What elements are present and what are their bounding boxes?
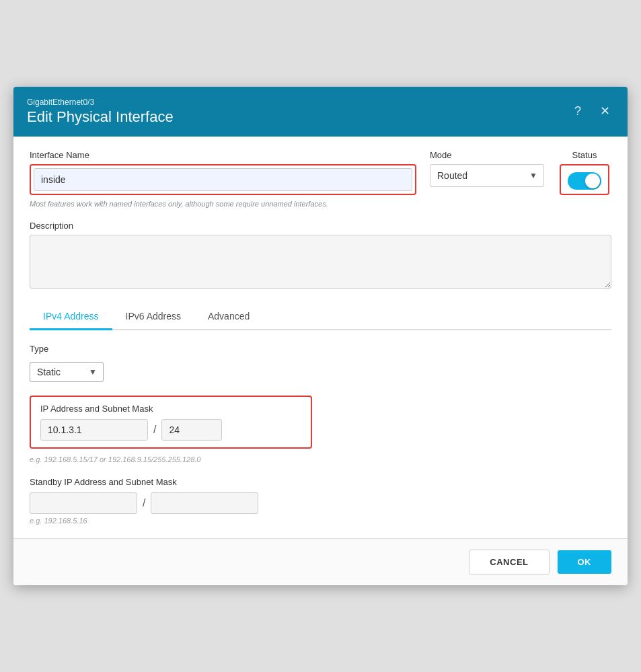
- mode-label: Mode: [430, 150, 544, 160]
- modal-footer: CANCEL OK: [13, 538, 628, 585]
- description-label: Description: [30, 221, 611, 231]
- tab-advanced[interactable]: Advanced: [194, 304, 263, 330]
- interface-name-border: [30, 164, 416, 195]
- type-select-wrapper: Static DHCP PPPoE ▼: [30, 362, 104, 382]
- status-label: Status: [572, 150, 597, 160]
- standby-hint: e.g. 192.168.5.16: [30, 517, 611, 525]
- standby-ip-input[interactable]: [30, 492, 137, 514]
- standby-subnet-input[interactable]: [151, 492, 258, 514]
- header-actions: ? ✕: [568, 102, 614, 120]
- tab-ipv4[interactable]: IPv4 Address: [30, 304, 112, 330]
- type-section: Type Static DHCP PPPoE ▼: [30, 344, 611, 382]
- mode-section: Mode Routed Transparent Passive ▼: [430, 150, 544, 187]
- ip-address-input[interactable]: [40, 419, 148, 441]
- close-button[interactable]: ✕: [595, 102, 614, 120]
- title-group: GigabitEthernet0/3 Edit Physical Interfa…: [27, 98, 174, 126]
- type-select[interactable]: Static DHCP PPPoE: [30, 362, 104, 382]
- interface-name-label: Interface Name: [30, 150, 416, 160]
- help-button[interactable]: ?: [568, 102, 587, 120]
- interface-name-hint: Most features work with named interfaces…: [30, 199, 416, 209]
- mode-select[interactable]: Routed Transparent Passive: [430, 164, 544, 187]
- ip-subnet-inputs: /: [40, 419, 301, 441]
- modal-subtitle: GigabitEthernet0/3: [27, 98, 174, 107]
- standby-inputs: /: [30, 492, 611, 514]
- interface-name-input[interactable]: [34, 168, 412, 191]
- modal-title: Edit Physical Interface: [27, 108, 174, 126]
- toggle-slider: [568, 172, 601, 190]
- slash-divider: /: [153, 424, 156, 436]
- interface-name-section: Interface Name Most features work with n…: [30, 150, 416, 209]
- standby-section: Standby IP Address and Subnet Mask / e.g…: [30, 477, 611, 525]
- cancel-button[interactable]: CANCEL: [469, 550, 549, 574]
- ip-subnet-label: IP Address and Subnet Mask: [40, 404, 301, 414]
- tabs-row: IPv4 Address IPv6 Address Advanced: [30, 304, 611, 330]
- standby-label: Standby IP Address and Subnet Mask: [30, 477, 611, 487]
- description-textarea[interactable]: [30, 235, 611, 289]
- top-row: Interface Name Most features work with n…: [30, 150, 611, 209]
- standby-slash-divider: /: [143, 497, 145, 509]
- status-toggle[interactable]: [568, 172, 601, 190]
- type-label: Type: [30, 344, 611, 354]
- status-section: Status: [558, 150, 611, 195]
- ok-button[interactable]: OK: [558, 550, 612, 574]
- status-bordered-wrapper: [560, 164, 609, 195]
- subnet-mask-input[interactable]: [161, 419, 222, 441]
- description-section: Description: [30, 221, 611, 291]
- ip-subnet-bordered: IP Address and Subnet Mask /: [30, 396, 312, 449]
- mode-select-wrapper: Routed Transparent Passive ▼: [430, 164, 544, 187]
- tab-ipv6[interactable]: IPv6 Address: [112, 304, 195, 330]
- modal-header: GigabitEthernet0/3 Edit Physical Interfa…: [13, 87, 628, 137]
- modal-body: Interface Name Most features work with n…: [13, 137, 628, 537]
- ip-hint: e.g. 192.168.5.15/17 or 192.168.9.15/255…: [30, 455, 611, 463]
